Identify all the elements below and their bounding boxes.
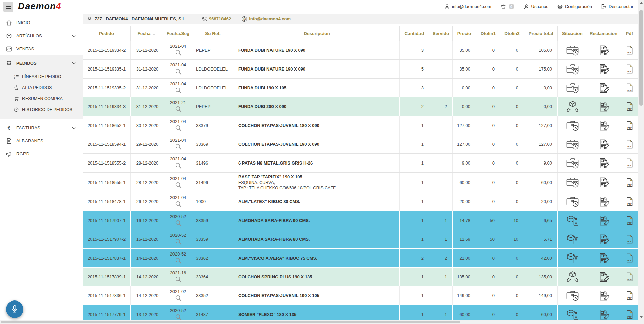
- reclamacion-cell[interactable]: [587, 135, 620, 153]
- table-row[interactable]: 2015-11-1519334-3 31-12-2020 2021-21 PEP…: [83, 97, 638, 116]
- sidebar-item-inicio[interactable]: INICIO: [0, 16, 83, 29]
- reclamacion-cell[interactable]: [587, 79, 620, 97]
- vertical-scrollbar-thumb[interactable]: [639, 10, 643, 106]
- reclamacion-cell[interactable]: [587, 173, 620, 192]
- account-email[interactable]: info@daemon4.com: [444, 4, 491, 9]
- magnifier-icon[interactable]: [175, 201, 182, 208]
- table-row[interactable]: 2015-11-1517837-1 14-12-2020 2020-52 333…: [83, 249, 638, 268]
- reclamacion-cell[interactable]: [587, 211, 620, 230]
- magnifier-icon[interactable]: [175, 49, 182, 57]
- pdf-cell[interactable]: PDF: [620, 41, 638, 59]
- pdf-cell[interactable]: PDF: [620, 116, 638, 135]
- table-row[interactable]: 2015-11-1518555-2 28-12-2020 2021-04 314…: [83, 154, 638, 173]
- table-row[interactable]: 2015-11-1517839-1 14-12-2020 2021-16 333…: [83, 268, 638, 286]
- situacion-cell[interactable]: [558, 211, 587, 230]
- reclamacion-cell[interactable]: [587, 268, 620, 286]
- sidebar-item-historico-de-pedidos[interactable]: HISTORICO DE PEDIDOS: [0, 104, 83, 115]
- magnifier-icon[interactable]: [175, 125, 182, 132]
- situacion-cell[interactable]: [558, 286, 587, 305]
- settings-button[interactable]: Configuración: [557, 4, 592, 9]
- sidebar-item-lineas-de-pedido[interactable]: 12 LÍNEAS DE PEDIDO: [0, 71, 83, 82]
- column-header-su-ref[interactable]: Su Ref.: [192, 26, 234, 41]
- magnifier-icon[interactable]: [175, 257, 182, 265]
- table-row[interactable]: 2015-11-1519335-1 31-12-2020 2021-04 LDL…: [83, 60, 638, 79]
- magnifier-icon[interactable]: [175, 106, 182, 113]
- magnifier-icon[interactable]: [175, 182, 182, 189]
- magnifier-icon[interactable]: [175, 162, 182, 170]
- situacion-cell[interactable]: [558, 116, 587, 135]
- magnifier-icon[interactable]: [175, 68, 182, 76]
- pdf-cell[interactable]: PDF: [620, 173, 638, 192]
- app-logo[interactable]: Daemon4: [18, 2, 61, 11]
- pdf-cell[interactable]: PDF: [620, 154, 638, 172]
- table-row[interactable]: 2015-11-1519334-2 31-12-2020 2021-04 PEP…: [83, 41, 638, 60]
- reclamacion-cell[interactable]: [587, 60, 620, 78]
- column-header-reclamacion[interactable]: Reclamacion: [587, 26, 620, 41]
- magnifier-icon[interactable]: [175, 295, 182, 302]
- situacion-cell[interactable]: [558, 305, 587, 320]
- situacion-cell[interactable]: [558, 79, 587, 97]
- reclamacion-cell[interactable]: [587, 286, 620, 305]
- table-row[interactable]: 2015-11-1517907-2 16-12-2020 2020-52 333…: [83, 230, 638, 249]
- scroll-up-arrow[interactable]: [640, 2, 643, 4]
- column-header-servido[interactable]: Servido: [429, 26, 453, 41]
- magnifier-icon[interactable]: [175, 143, 182, 151]
- magnifier-icon[interactable]: [175, 276, 182, 283]
- situacion-cell[interactable]: [558, 41, 587, 59]
- horizontal-scrollbar-thumb[interactable]: [1, 321, 460, 323]
- reclamacion-cell[interactable]: [587, 116, 620, 135]
- situacion-cell[interactable]: [558, 192, 587, 211]
- situacion-cell[interactable]: [558, 135, 587, 153]
- table-row[interactable]: 2015-11-1518555-1 28-12-2020 2021-04 314…: [83, 173, 638, 192]
- pdf-cell[interactable]: PDF: [620, 97, 638, 116]
- pdf-cell[interactable]: PDF: [620, 135, 638, 153]
- magnifier-icon[interactable]: [175, 220, 182, 227]
- horizontal-scrollbar[interactable]: [0, 320, 638, 324]
- company-email[interactable]: @ info@daemon4.com: [242, 16, 291, 22]
- sidebar-item-ventas[interactable]: VENTAS: [0, 42, 83, 55]
- table-row[interactable]: 2015-11-1519335-2 31-12-2020 2021-04 LDL…: [83, 79, 638, 97]
- magnifier-icon[interactable]: [175, 314, 182, 320]
- sidebar-item-alta-pedidos[interactable]: ALTA PEDIDOS: [0, 82, 83, 93]
- table-row[interactable]: 2015-11-1518652-1 30-12-2020 2021-04 333…: [83, 116, 638, 135]
- company-phone[interactable]: 968718462: [202, 16, 231, 22]
- pdf-cell[interactable]: PDF: [620, 268, 638, 286]
- table-row[interactable]: 2015-11-1518478-1 26-12-2020 2021-04 100…: [83, 192, 638, 211]
- column-header-pedido[interactable]: Pedido: [83, 26, 131, 41]
- reclamacion-cell[interactable]: [587, 230, 620, 248]
- situacion-cell[interactable]: [558, 154, 587, 172]
- situacion-cell[interactable]: [558, 249, 587, 267]
- pdf-cell[interactable]: PDF: [620, 249, 638, 267]
- sidebar-item-albaranes[interactable]: ALBARANES: [0, 134, 83, 147]
- scroll-down-arrow[interactable]: [640, 316, 643, 318]
- column-header-fecha[interactable]: Fecha: [131, 26, 164, 41]
- cart-button[interactable]: 0: [500, 4, 514, 9]
- disconnect-button[interactable]: Desconectar: [601, 4, 633, 9]
- microphone-button[interactable]: [6, 300, 23, 318]
- pdf-cell[interactable]: PDF: [620, 305, 638, 320]
- column-header-situacion[interactable]: Situacion: [558, 26, 587, 41]
- table-row[interactable]: 2015-11-1517907-1 16-12-2020 2020-52 333…: [83, 211, 638, 230]
- reclamacion-cell[interactable]: [587, 192, 620, 211]
- menu-toggle-button[interactable]: [3, 2, 13, 12]
- sidebar-item-resumen-compra[interactable]: RESUMEN COMPRA: [0, 93, 83, 104]
- pdf-cell[interactable]: PDF: [620, 79, 638, 97]
- sidebar-item-rgpd[interactable]: RGPD: [0, 147, 83, 160]
- magnifier-icon[interactable]: [175, 238, 182, 246]
- reclamacion-cell[interactable]: [587, 305, 620, 320]
- column-header-pdf[interactable]: Pdf: [620, 26, 638, 41]
- users-button[interactable]: Usuarios: [524, 4, 548, 9]
- table-row[interactable]: 2015-11-1517779-1 13-12-2020 2020-52 314…: [83, 305, 638, 320]
- reclamacion-cell[interactable]: [587, 41, 620, 59]
- pdf-cell[interactable]: PDF: [620, 211, 638, 230]
- column-header-fecha-seg[interactable]: Fecha.Seg: [164, 26, 192, 41]
- situacion-cell[interactable]: [558, 268, 587, 286]
- column-header-precio-total[interactable]: Precio total: [524, 26, 558, 41]
- sidebar-item-pedidos[interactable]: PEDIDOS: [0, 55, 83, 71]
- table-row[interactable]: 2015-11-1518594-1 29-12-2020 2021-04 333…: [83, 135, 638, 154]
- situacion-cell[interactable]: [558, 97, 587, 116]
- column-header-dtolin1[interactable]: Dtolin1: [476, 26, 500, 41]
- situacion-cell[interactable]: [558, 173, 587, 192]
- table-row[interactable]: 2015-11-1517836-1 14-12-2020 2021-02 333…: [83, 286, 638, 305]
- situacion-cell[interactable]: [558, 60, 587, 78]
